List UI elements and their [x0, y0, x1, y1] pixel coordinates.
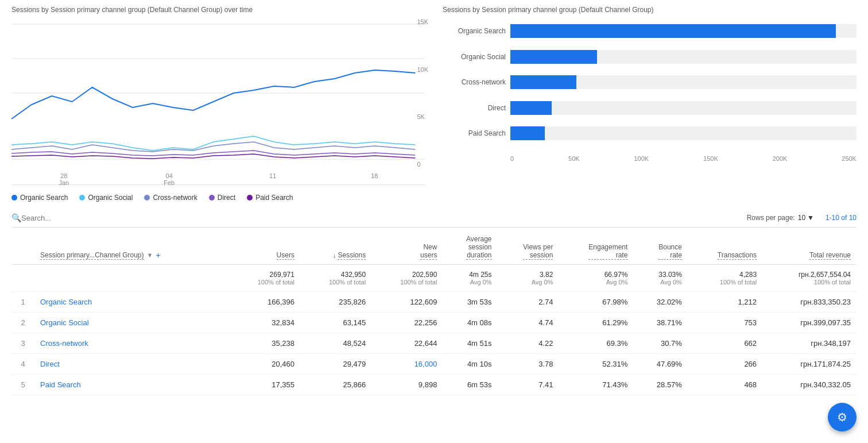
- legend-item-cross-network[interactable]: Cross-network: [144, 194, 197, 202]
- row-revenue: грн.348,197: [762, 333, 857, 354]
- legend-item-organic-social[interactable]: Organic Social: [79, 194, 133, 202]
- table-row: 4 Direct 20,460 29,479 16,000 4m 10s 3.7…: [11, 354, 857, 375]
- dropdown-icon: ▼: [807, 214, 814, 222]
- legend-item-direct[interactable]: Direct: [209, 194, 235, 202]
- bar-fill: [510, 24, 836, 38]
- col-engagement-rate[interactable]: Engagementrate: [559, 230, 633, 265]
- row-bounce: 28.57%: [633, 375, 688, 395]
- row-num: 5: [11, 375, 34, 395]
- row-views: 7.41: [498, 375, 559, 395]
- bar-chart: Organic Search Organic Social Cross-netw…: [443, 18, 857, 185]
- total-transactions-pct: 100% of total: [693, 279, 757, 286]
- row-new-users: 22,256: [371, 313, 443, 333]
- row-channel[interactable]: Direct: [34, 354, 229, 375]
- legend-item-paid-search[interactable]: Paid Search: [247, 194, 293, 202]
- row-num: 4: [11, 354, 34, 375]
- row-engagement: 67.98%: [559, 292, 633, 313]
- bar-x-axis: 0 50K 100K 150K 200K 250K: [443, 155, 857, 162]
- row-new-users: 122,609: [371, 292, 443, 313]
- table-row: 2 Organic Social 32,834 63,145 22,256 4m…: [11, 313, 857, 333]
- legend-item-organic-search[interactable]: Organic Search: [11, 194, 68, 202]
- bar-row-cross-network: Cross-network: [443, 75, 857, 89]
- total-new-users: 202,590: [377, 271, 437, 279]
- table-row: 3 Cross-network 35,238 48,524 22,644 4m …: [11, 333, 857, 354]
- row-revenue: грн.171,874.25: [762, 354, 857, 375]
- col-group[interactable]: Session primary...Channel Group) ▼ +: [34, 230, 229, 265]
- row-revenue: грн.399,097.35: [762, 313, 857, 333]
- row-avg-session: 6m 53s: [443, 375, 497, 395]
- group-dropdown-icon[interactable]: ▼: [147, 252, 153, 259]
- add-column-button[interactable]: +: [156, 251, 160, 260]
- row-engagement: 61.29%: [559, 313, 633, 333]
- row-avg-session: 4m 51s: [443, 333, 497, 354]
- bar-row-paid-search: Paid Search: [443, 126, 857, 140]
- row-avg-session: 4m 08s: [443, 313, 497, 333]
- row-sessions: 25,866: [300, 375, 371, 395]
- total-views-note: Avg 0%: [503, 279, 553, 286]
- col-transactions[interactable]: Transactions: [688, 230, 762, 265]
- row-num: 1: [11, 292, 34, 313]
- row-new-users: 16,000: [371, 354, 443, 375]
- legend-label-organic-social: Organic Social: [88, 194, 133, 202]
- group-column-header: Session primary...Channel Group): [40, 251, 144, 260]
- row-bounce: 47.69%: [633, 354, 688, 375]
- row-channel[interactable]: Organic Search: [34, 292, 229, 313]
- total-views: 3.82: [503, 271, 553, 279]
- row-bounce: 30.7%: [633, 333, 688, 354]
- pagination-info: 1-10 of 10: [826, 214, 857, 222]
- new-users-col-label: Newusers: [420, 243, 437, 260]
- bar-fill: [510, 101, 552, 115]
- col-sessions[interactable]: ↓ Sessions: [300, 230, 371, 265]
- bar-label: Organic Search: [443, 27, 506, 35]
- users-col-label: Users: [277, 251, 294, 260]
- x-axis-labels: 28Jan 04Feb 11 18: [11, 170, 425, 186]
- legend-label-direct: Direct: [218, 194, 235, 202]
- row-transactions: 1,212: [688, 292, 762, 313]
- transactions-col-label: Transactions: [718, 251, 757, 260]
- col-bounce-rate[interactable]: Bouncerate: [633, 230, 688, 265]
- total-engagement: 66.97%: [564, 271, 627, 279]
- bar-chart-container: Sessions by Session primary channel grou…: [443, 6, 857, 185]
- row-transactions: 468: [688, 375, 762, 395]
- row-transactions: 266: [688, 354, 762, 375]
- bar-chart-title: Sessions by Session primary channel grou…: [443, 6, 857, 14]
- total-users-pct: 100% of total: [235, 279, 294, 286]
- bar-track: [510, 101, 857, 115]
- col-avg-session[interactable]: Averagesessionduration: [443, 230, 497, 265]
- row-revenue: грн.833,350.23: [762, 292, 857, 313]
- legend-label-organic-search: Organic Search: [20, 194, 68, 202]
- col-total-revenue[interactable]: Total revenue: [762, 230, 857, 265]
- row-engagement: 52.31%: [559, 354, 633, 375]
- bar-fill: [510, 75, 576, 89]
- search-row: 🔍 Rows per page: 10 ▼ 1-10 of 10: [11, 213, 857, 228]
- y-axis-labels: 15K 10K 5K 0: [417, 18, 428, 168]
- row-channel[interactable]: Organic Social: [34, 313, 229, 333]
- row-transactions: 662: [688, 333, 762, 354]
- chart-legend: Organic Search Organic Social Cross-netw…: [0, 188, 868, 207]
- bar-track: [510, 24, 857, 38]
- row-users: 17,355: [229, 375, 300, 395]
- bar-track: [510, 75, 857, 89]
- search-input[interactable]: [21, 214, 747, 222]
- bar-label: Direct: [443, 104, 506, 112]
- row-channel[interactable]: Cross-network: [34, 333, 229, 354]
- bar-track: [510, 126, 857, 140]
- row-engagement: 69.3%: [559, 333, 633, 354]
- col-users[interactable]: Users: [229, 230, 300, 265]
- rows-per-page-select[interactable]: 10 ▼: [798, 214, 814, 222]
- row-avg-session: 3m 53s: [443, 292, 497, 313]
- row-views: 4.74: [498, 313, 559, 333]
- total-sessions-pct: 100% of total: [306, 279, 366, 286]
- row-users: 32,834: [229, 313, 300, 333]
- row-new-users: 9,898: [371, 375, 443, 395]
- line-chart-title: Sessions by Session primary channel grou…: [11, 6, 425, 14]
- col-new-users[interactable]: Newusers: [371, 230, 443, 265]
- total-bounce-note: Avg 0%: [639, 279, 682, 286]
- row-channel[interactable]: Paid Search: [34, 375, 229, 395]
- col-views-per-session[interactable]: Views persession: [498, 230, 559, 265]
- total-new-users-pct: 100% of total: [377, 279, 437, 286]
- bar-label: Cross-network: [443, 78, 506, 86]
- bar-row-organic-search: Organic Search: [443, 24, 857, 38]
- legend-label-cross-network: Cross-network: [153, 194, 197, 202]
- rows-per-page-value: 10: [798, 214, 805, 222]
